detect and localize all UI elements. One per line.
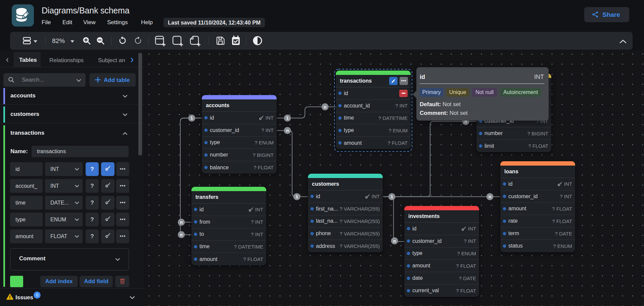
svg-text:1: 1 (390, 194, 393, 199)
svg-text:1: 1 (190, 116, 193, 121)
svg-text:n: n (489, 194, 491, 199)
svg-text:n: n (180, 220, 183, 225)
svg-text:1: 1 (286, 116, 289, 121)
svg-text:n: n (180, 232, 183, 237)
svg-text:n: n (324, 104, 326, 110)
svg-text:n: n (393, 238, 396, 244)
svg-text:n: n (286, 128, 289, 133)
svg-text:1: 1 (295, 194, 298, 199)
